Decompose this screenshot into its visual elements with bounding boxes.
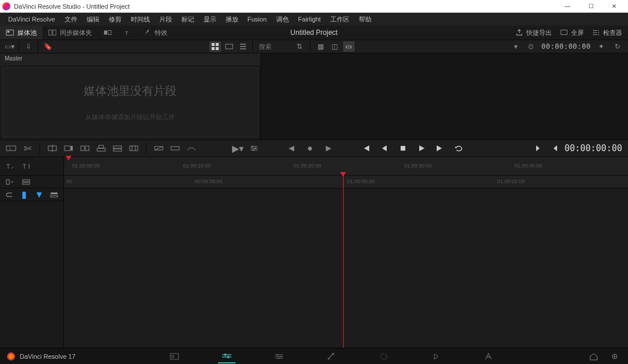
menu-playback[interactable]: 播放 [221, 15, 243, 24]
next-edit-button[interactable] [532, 142, 545, 154]
window-minimize-button[interactable]: — [556, 1, 579, 12]
loop-button[interactable] [452, 142, 465, 154]
menu-trim[interactable]: 修剪 [104, 15, 126, 24]
smart-insert-button[interactable]: ↕ [5, 142, 17, 154]
tools-dropdown-button[interactable]: ▶▾ [231, 142, 244, 154]
source-overwrite-button[interactable] [127, 142, 140, 154]
viewer-single-button[interactable]: ▭ [343, 41, 355, 52]
svg-rect-44 [51, 195, 58, 197]
cut-transition-button[interactable] [169, 142, 181, 154]
track-sync-button[interactable] [3, 176, 16, 188]
viewer-dropdown[interactable]: ▾ [510, 41, 522, 52]
menu-davinci[interactable]: DaVinci Resolve [3, 16, 60, 23]
tag-button[interactable]: 🔖 [42, 41, 53, 52]
prev-edit-button[interactable] [548, 142, 561, 154]
svg-rect-26 [113, 146, 122, 148]
insert-button[interactable] [46, 142, 59, 154]
strip-view-button[interactable] [223, 41, 235, 52]
loop-options-button[interactable]: ↻ [612, 41, 623, 52]
track-rows[interactable] [64, 188, 628, 348]
prev-frame-button[interactable] [378, 142, 391, 154]
ripple-button[interactable] [78, 142, 91, 154]
lower-ruler[interactable]: 00 00:59:58:00 01:00:00:00 01:00:02:00 [64, 176, 628, 188]
viewer-tools-button[interactable]: ▦ [315, 41, 327, 52]
bypass-button[interactable]: ✦ [595, 41, 607, 52]
go-end-button[interactable] [434, 142, 447, 154]
page-fusion[interactable] [323, 349, 340, 363]
marker-tc-button[interactable]: ⊙ [525, 41, 537, 52]
menu-edit[interactable]: 编辑 [82, 15, 104, 24]
jog-prev-button[interactable]: ◄ [285, 142, 298, 154]
menu-mark[interactable]: 标记 [177, 15, 199, 24]
menu-view[interactable]: 显示 [199, 15, 221, 24]
quick-export-button[interactable]: 快捷导出 [515, 28, 552, 37]
page-edit[interactable] [270, 349, 288, 363]
tab-media-pool[interactable]: 媒体池 [0, 26, 42, 40]
audio-toggle-button[interactable] [48, 189, 60, 201]
menu-workspace[interactable]: 工作区 [326, 15, 354, 24]
master-bin-header[interactable]: Master [0, 53, 261, 65]
menu-fairlight[interactable]: Fairlight [294, 16, 326, 23]
page-deliver[interactable] [480, 349, 497, 363]
snap-button[interactable]: ⊂ [3, 189, 15, 201]
window-titlebar: DaVinci Resolve Studio - Untitled Projec… [0, 0, 628, 13]
jog-next-button[interactable]: ► [322, 142, 335, 154]
svg-rect-12 [216, 43, 219, 46]
menu-timeline[interactable]: 时间线 [126, 15, 155, 24]
jog-indicator[interactable]: ● [304, 142, 316, 154]
smooth-cut-button[interactable] [185, 142, 198, 154]
tab-transitions[interactable] [98, 26, 117, 40]
closeup-button[interactable] [95, 142, 108, 154]
dissolve-button[interactable] [152, 142, 165, 154]
menu-help[interactable]: 帮助 [354, 15, 376, 24]
bin-dropdown-button[interactable]: ▭▾ [3, 41, 15, 52]
append-button[interactable] [62, 142, 75, 154]
fullscreen-button[interactable]: 全屏 [560, 28, 584, 37]
page-media[interactable] [166, 349, 183, 363]
svg-point-10 [598, 34, 600, 35]
place-on-top-button[interactable] [111, 142, 124, 154]
flag-button[interactable]: ▼ [34, 189, 45, 201]
tab-titles[interactable]: T [117, 26, 137, 40]
timeline-tracks[interactable]: 01:00:00:00 01:00:10:00 01:00:20:00 01:0… [64, 157, 628, 348]
page-color[interactable] [375, 349, 392, 363]
page-cut[interactable] [218, 349, 236, 363]
timeline-timecode[interactable]: 00:00:00:00 [565, 143, 623, 154]
settings-button[interactable] [608, 351, 621, 362]
timeline-playhead[interactable] [343, 176, 344, 348]
track-lock-button[interactable] [20, 176, 33, 188]
options-button[interactable] [248, 142, 261, 154]
sort-button[interactable]: ⇅ [294, 41, 305, 52]
page-fairlight[interactable] [427, 349, 445, 363]
menu-color[interactable]: 调色 [272, 15, 294, 24]
menu-fusion[interactable]: Fusion [243, 16, 272, 23]
menu-clip[interactable]: 片段 [155, 15, 177, 24]
viewer-split-button[interactable]: ◫ [329, 41, 341, 52]
marker-button[interactable]: ▮ [19, 189, 30, 201]
stop-button[interactable] [397, 142, 409, 154]
window-close-button[interactable]: ✕ [602, 1, 626, 12]
go-start-button[interactable] [359, 142, 372, 154]
upper-ruler[interactable]: 01:00:00:00 01:00:10:00 01:00:20:00 01:0… [64, 157, 628, 176]
play-button[interactable] [415, 142, 428, 154]
viewer-timecode[interactable]: 00:00:00:00 [541, 42, 591, 51]
svg-point-52 [327, 358, 329, 359]
video-track-button[interactable]: T [3, 160, 16, 172]
ruler-tick: 01:00:00:00 [72, 163, 100, 169]
tab-sync-bin[interactable]: 同步媒体夹 [42, 26, 98, 40]
viewer-panel[interactable] [261, 53, 628, 140]
list-view-button[interactable] [237, 41, 249, 52]
cut-button[interactable]: ✄ [21, 142, 34, 154]
menu-file[interactable]: 文件 [60, 15, 82, 24]
audio-track-button[interactable]: T [20, 160, 33, 172]
import-button[interactable]: ⇩ [23, 41, 34, 52]
search-input[interactable]: 搜索 [256, 42, 291, 51]
svg-rect-1 [8, 31, 10, 33]
grid-view-button[interactable] [209, 41, 221, 52]
tab-effects[interactable]: 特效 [137, 26, 173, 40]
inspector-button[interactable]: 检查器 [592, 28, 622, 37]
window-maximize-button[interactable]: ☐ [579, 1, 602, 12]
svg-rect-3 [53, 30, 56, 35]
home-button[interactable] [587, 351, 600, 362]
svg-rect-48 [227, 356, 229, 358]
